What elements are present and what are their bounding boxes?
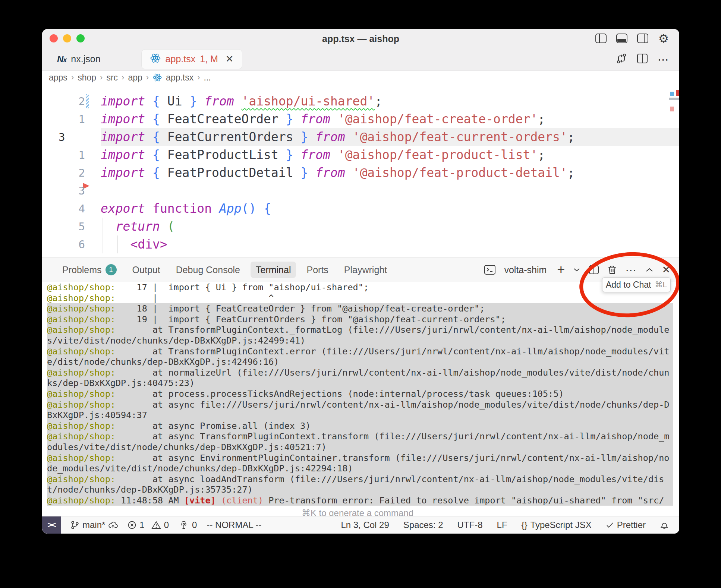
maximize-panel-icon[interactable] [645, 267, 654, 272]
overview-modified-mark [670, 92, 674, 96]
broadcast-tower-icon [179, 521, 189, 529]
breadcrumb: apps›shop›src›app› app.tsx›... [42, 71, 679, 84]
warning-count: 0 [164, 520, 169, 530]
code-token: } [286, 112, 293, 126]
line-number: 1 [42, 146, 85, 164]
line-number: 2 [42, 92, 85, 110]
language-mode[interactable]: {} TypeScript JSX [522, 520, 592, 530]
settings-gear-icon[interactable]: ⚙ [658, 33, 670, 44]
panel-tab-terminal[interactable]: Terminal [251, 262, 296, 278]
breadcrumb-item[interactable]: app.tsx [166, 73, 193, 83]
terminal-output[interactable]: @aishop/shop: 17 | import { Ui } from "a… [42, 282, 679, 516]
code-token: FeatProductList [167, 148, 278, 162]
kill-terminal-trash-icon[interactable] [607, 265, 617, 275]
tab-app-tsx[interactable]: app.tsx 1, M ✕ [142, 50, 242, 69]
broadcast-count: 0 [192, 520, 197, 530]
code-token: { [264, 201, 271, 216]
code-token: function [152, 201, 212, 216]
toggle-primary-sidebar-icon[interactable] [595, 33, 607, 44]
close-window-button[interactable] [50, 34, 58, 42]
new-terminal-icon[interactable]: + [557, 263, 565, 276]
code-token: { [152, 148, 160, 162]
terminal-session-name[interactable]: volta-shim [504, 265, 547, 275]
minimize-window-button[interactable] [63, 34, 71, 42]
breadcrumb-item[interactable]: ... [204, 73, 211, 83]
open-changes-icon[interactable] [616, 53, 627, 66]
code-token [160, 165, 167, 180]
code-token: from [204, 94, 234, 108]
terminal-dropdown-icon[interactable] [573, 267, 580, 272]
problems-summary[interactable]: 1 0 [127, 520, 169, 530]
terminal-text-segment: at async loadAndTransform (file:///Users… [47, 474, 664, 495]
split-editor-icon[interactable] [637, 53, 648, 65]
terminal-text-segment [216, 495, 221, 506]
line-number: 4 [42, 200, 85, 218]
code-token [345, 130, 353, 144]
gutter: 2 [42, 92, 101, 110]
code-token: '@aishop/feat-product-detail' [353, 165, 567, 180]
code-token [212, 201, 219, 216]
overview-ruler[interactable] [669, 84, 679, 257]
encoding-setting[interactable]: UTF-8 [457, 520, 483, 530]
terminal-project-prefix: @aishop/shop: [47, 399, 116, 410]
code-token [345, 165, 353, 180]
code-token: '@aishop/feat-current-orders' [353, 130, 567, 144]
gutter: 1 [42, 110, 101, 128]
titlebar: app.tsx — aishop ⚙ [42, 29, 679, 48]
code-token [160, 130, 167, 144]
panel-more-actions-icon[interactable]: ⋯ [625, 263, 637, 276]
split-terminal-icon[interactable] [589, 265, 599, 275]
panel-tab-playwright[interactable]: Playwright [339, 262, 392, 278]
overview-error-mark [676, 90, 679, 96]
toggle-panel-icon[interactable] [616, 33, 628, 44]
panel-tab-label: Problems [62, 265, 102, 275]
vscode-window: app.tsx — aishop ⚙ Nx nx.json [42, 29, 679, 534]
code-token [145, 94, 152, 108]
terminal-project-prefix: @aishop/shop: [47, 474, 116, 484]
code-editor[interactable]: 2import { Ui } from 'aishop/ui-shared';1… [42, 84, 679, 257]
formatter-status[interactable]: Prettier [606, 520, 646, 530]
panel-tab-problems[interactable]: Problems1 [57, 262, 122, 278]
desktop-background: app.tsx — aishop ⚙ Nx nx.json [0, 0, 721, 588]
breadcrumb-separator: › [122, 73, 124, 82]
terminal-lines: @aishop/shop: 17 | import { Ui } from "a… [42, 282, 673, 506]
terminal-text-segment: at normalizeUrl (file:///Users/juri/nrwl… [47, 367, 670, 389]
more-actions-icon[interactable]: ⋯ [658, 53, 670, 66]
code-token: return [116, 219, 160, 234]
eol-setting[interactable]: LF [497, 520, 507, 530]
terminal-project-prefix: @aishop/shop: [47, 314, 116, 325]
traffic-lights [42, 34, 85, 42]
breadcrumb-item[interactable]: shop [78, 73, 96, 83]
add-to-chat-label: Add to Chat [606, 280, 651, 290]
git-branch-item[interactable]: main* [70, 520, 118, 530]
code-line: 5 return ( [42, 218, 679, 235]
ports-broadcast-item[interactable]: 0 [179, 520, 197, 530]
code-token [308, 165, 315, 180]
panel-tab-output[interactable]: Output [127, 262, 166, 278]
terminal-text-segment: at process.processTicksAndRejections (no… [116, 389, 564, 399]
breadcrumb-item[interactable]: src [106, 73, 118, 83]
close-panel-icon[interactable]: ✕ [662, 264, 670, 276]
cursor-position[interactable]: Ln 3, Col 29 [341, 520, 389, 530]
indentation-setting[interactable]: Spaces: 2 [403, 520, 443, 530]
breadcrumb-item[interactable]: app [128, 73, 142, 83]
add-to-chat-tooltip[interactable]: Add to Chat ⌘L [602, 277, 671, 292]
breadcrumb-item[interactable]: apps [49, 73, 67, 83]
terminal-project-prefix: @aishop/shop: [47, 293, 116, 303]
code-token: <div> [130, 237, 167, 252]
code-token [160, 148, 167, 162]
indent-guide [103, 218, 103, 253]
gutter: 1 [42, 146, 101, 164]
close-tab-icon[interactable]: ✕ [226, 53, 234, 65]
publish-cloud-icon[interactable] [108, 521, 118, 529]
terminal-text-segment: at async TransformPluginContext.transfor… [47, 431, 670, 452]
terminal-line: @aishop/shop: at TransformPluginContext.… [47, 346, 673, 367]
remote-indicator[interactable]: >< [42, 516, 61, 534]
bottom-panel: Problems1OutputDebug ConsoleTerminalPort… [42, 257, 679, 516]
notifications-bell-icon[interactable] [660, 520, 669, 530]
panel-tab-debug-console[interactable]: Debug Console [171, 262, 245, 278]
toggle-secondary-sidebar-icon[interactable] [637, 33, 649, 44]
panel-tab-ports[interactable]: Ports [301, 262, 333, 278]
tab-nx-json[interactable]: Nx nx.json [49, 50, 109, 69]
zoom-window-button[interactable] [76, 34, 85, 42]
